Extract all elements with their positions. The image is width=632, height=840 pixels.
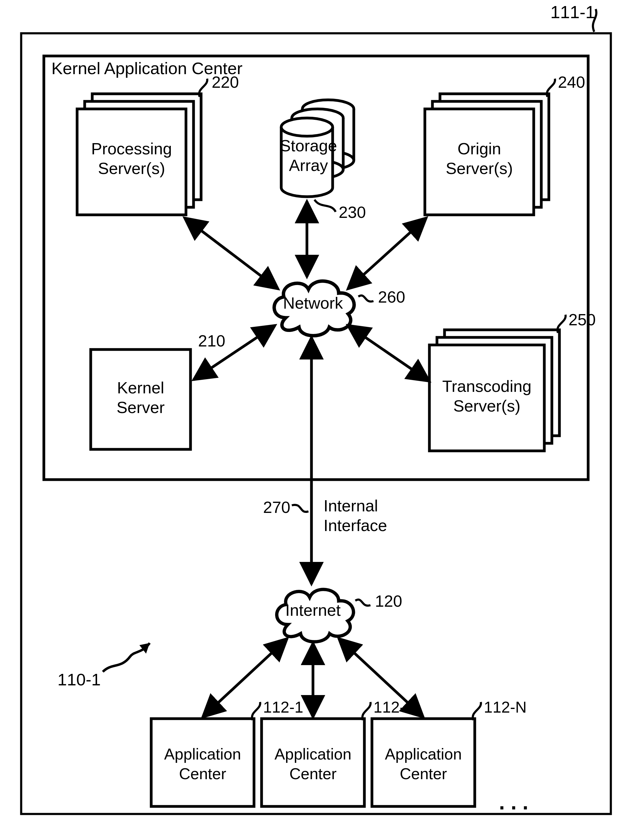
internal-label-1: Internal bbox=[323, 497, 378, 515]
ellipsis: . . . bbox=[499, 790, 528, 814]
appcenter2-label-1: Application bbox=[274, 745, 351, 763]
transcoding-label-1: Transcoding bbox=[442, 377, 531, 395]
processing-ref: 220 bbox=[212, 73, 239, 91]
transcoding-ref: 250 bbox=[569, 311, 596, 328]
kernel-server: Kernel Server 210 bbox=[91, 332, 225, 449]
appcenter1-label-1: Application bbox=[164, 745, 241, 763]
svg-line-28 bbox=[348, 218, 426, 289]
internal-interface: 270 Internal Interface bbox=[263, 337, 387, 584]
appcentern-ref: 112-N bbox=[484, 698, 527, 716]
processing-servers: Processing Server(s) 220 bbox=[77, 73, 239, 215]
transcoding-servers: Transcoding Server(s) 250 bbox=[429, 311, 596, 451]
network-ref: 260 bbox=[378, 288, 405, 306]
appcenter1-label-2: Center bbox=[179, 765, 226, 783]
frame-ref-label: 111-1 bbox=[550, 2, 595, 22]
svg-line-26 bbox=[184, 218, 278, 289]
appcentern-label-1: Application bbox=[385, 745, 462, 763]
origin-label-2: Server(s) bbox=[446, 159, 513, 177]
origin-servers: Origin Server(s) 240 bbox=[425, 73, 585, 215]
internet-label: Internet bbox=[285, 601, 340, 619]
transcoding-label-2: Server(s) bbox=[453, 397, 520, 415]
origin-label-1: Origin bbox=[457, 139, 501, 158]
kernel-label-2: Server bbox=[117, 398, 164, 416]
appcenter2-label-2: Center bbox=[289, 765, 337, 783]
storage-label-2: Array bbox=[289, 156, 328, 174]
internal-label-2: Interface bbox=[323, 516, 387, 534]
storage-array: Storage Array 230 bbox=[280, 100, 366, 221]
internet-ref: 120 bbox=[375, 592, 402, 610]
storage-ref: 230 bbox=[339, 203, 366, 221]
figure-ref-label: 110-1 bbox=[57, 670, 101, 689]
processing-label-2: Server(s) bbox=[98, 159, 165, 177]
appcenter1-ref: 112-1 bbox=[263, 698, 303, 716]
appcentern-label-2: Center bbox=[400, 765, 447, 783]
kernel-label-1: Kernel bbox=[117, 379, 164, 397]
internal-ref: 270 bbox=[263, 498, 290, 516]
storage-label-1: Storage bbox=[280, 136, 337, 155]
network-label: Network bbox=[283, 294, 343, 312]
processing-label-1: Processing bbox=[91, 139, 172, 158]
origin-ref: 240 bbox=[558, 73, 585, 91]
figure-ref: 110-1 bbox=[57, 643, 150, 689]
appcenter2-ref: 112-2 bbox=[374, 698, 414, 716]
kernel-ref: 210 bbox=[198, 332, 225, 350]
svg-point-18 bbox=[281, 118, 333, 136]
svg-line-30 bbox=[348, 325, 429, 381]
